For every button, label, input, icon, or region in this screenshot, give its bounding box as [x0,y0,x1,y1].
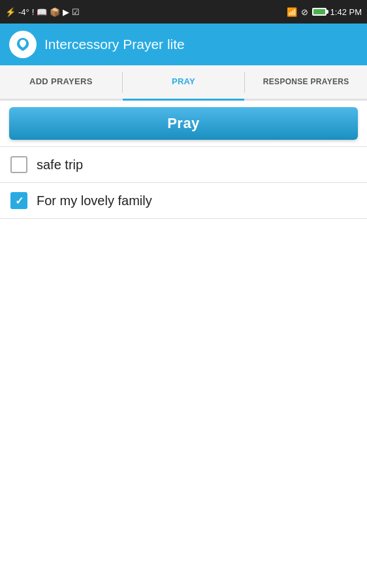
usb-icon: ⚡ [5,7,16,17]
status-bar-left: ⚡ -4° ! 📖 📦 ▶ ☑ [5,7,80,17]
tab-response-prayers[interactable]: RESPONSE PRAYERS [245,65,367,101]
app-logo [9,31,37,58]
box-icon: 📦 [50,7,60,17]
wifi-icon: 📶 [287,7,297,17]
app-title: Intercessory Prayer lite [44,37,185,52]
main-content: Pray safe trip For my lovely family [0,101,367,588]
tab-bar: ADD PRAYERS PRAY RESPONSE PRAYERS [0,65,367,101]
checkbox-1[interactable] [10,156,27,173]
no-sim-icon: ⊘ [301,7,308,17]
time-display: 1:42 PM [330,7,362,17]
pray-button-container: Pray [0,101,367,146]
play-icon: ▶ [63,7,69,17]
alert-icon: ! [32,7,35,17]
prayer-text-2: For my lovely family [37,193,152,208]
status-bar-right: 📶 ⊘ 1:42 PM [287,7,362,17]
prayer-text-1: safe trip [37,157,83,172]
prayer-item-2[interactable]: For my lovely family [0,183,367,219]
prayer-list: safe trip For my lovely family [0,146,367,588]
tab-pray[interactable]: PRAY [123,65,245,101]
status-bar: ⚡ -4° ! 📖 📦 ▶ ☑ 📶 ⊘ 1:42 PM [0,0,367,24]
check-icon: ☑ [72,7,80,17]
bible-icon: 📖 [37,7,47,17]
checkbox-2[interactable] [10,192,27,209]
tab-add-prayers[interactable]: ADD PRAYERS [0,65,122,101]
pray-button[interactable]: Pray [9,107,358,140]
temp-icon: -4° [18,7,29,17]
battery-icon [312,8,327,16]
app-header: Intercessory Prayer lite [0,24,367,65]
prayer-item-1[interactable]: safe trip [0,146,367,183]
